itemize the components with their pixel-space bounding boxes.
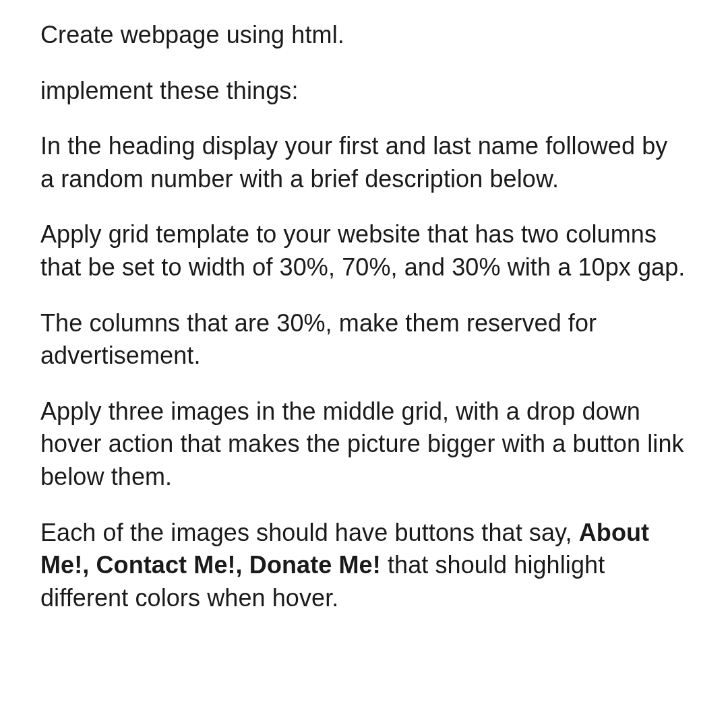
- instruction-line-6: Apply three images in the middle grid, w…: [40, 395, 688, 494]
- instruction-line-1: Create webpage using html.: [40, 19, 688, 52]
- instruction-line-3: In the heading display your first and la…: [40, 130, 688, 195]
- instruction-line-4: Apply grid template to your website that…: [40, 218, 688, 284]
- instruction-line-7: Each of the images should have buttons t…: [40, 517, 688, 615]
- instruction-line-7-prefix: Each of the images should have buttons t…: [40, 519, 579, 546]
- instruction-line-5: The columns that are 30%, make them rese…: [40, 307, 688, 373]
- instruction-line-2: implement these things:: [40, 75, 688, 108]
